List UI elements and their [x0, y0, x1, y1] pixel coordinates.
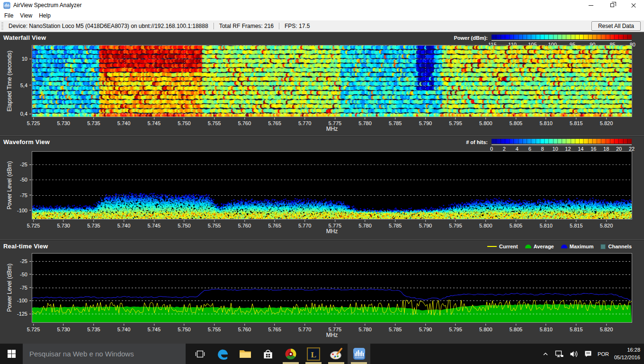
y-tick--25: -25 — [20, 258, 31, 264]
x-tick-5.800: 5.800 — [479, 220, 492, 228]
league-of-legends-icon: L — [307, 347, 320, 361]
y-tick--125: -125 — [17, 311, 31, 317]
tray-language[interactable]: POR — [598, 351, 609, 357]
close-button[interactable] — [623, 0, 644, 10]
waterfall-panel: Waterfall View Power (dBm): -115-110-105… — [0, 32, 644, 136]
waveform-xunit: MHz — [32, 228, 632, 235]
power-colorbar-gradient — [492, 35, 632, 39]
taskbar-file-explorer-button[interactable] — [234, 344, 257, 364]
x-tick-5.725: 5.725 — [27, 324, 40, 332]
x-tick-5.760: 5.760 — [238, 118, 251, 126]
taskbar-task-view-button[interactable] — [188, 344, 211, 364]
taskbar-league-of-legends-button[interactable]: L — [302, 344, 325, 364]
restore-icon — [610, 3, 614, 7]
menu-file[interactable]: File — [1, 11, 17, 20]
close-icon — [631, 2, 636, 8]
hits-colorbar: # of hits: 0246810121416182022 — [466, 139, 632, 152]
app-circle-icon — [284, 347, 297, 361]
menu-view[interactable]: View — [17, 11, 36, 20]
waveform-panel: Waveform View # of hits: 024681012141618… — [0, 136, 644, 239]
legend-current-label: Current — [499, 244, 518, 249]
y-tick-5,4: 5,4 — [20, 82, 31, 88]
taskbar-search-input[interactable] — [23, 344, 186, 364]
x-tick-5.795: 5.795 — [449, 118, 462, 126]
x-tick-5.820: 5.820 — [600, 118, 613, 126]
waterfall-yticks: 105,40,4 — [0, 46, 31, 117]
x-tick-5.745: 5.745 — [148, 118, 161, 126]
title-bar: AirView Spectrum Analyzer — [0, 0, 644, 10]
power-colorbar-label: Power (dBm): — [454, 35, 488, 41]
paint-icon — [330, 347, 343, 361]
taskbar-airview-button[interactable] — [348, 344, 370, 364]
x-tick-5.810: 5.810 — [539, 118, 553, 126]
x-tick-5.760: 5.760 — [238, 220, 251, 228]
realtime-legend: CurrentAverageMaximumChannels — [487, 244, 632, 249]
x-tick-5.730: 5.730 — [57, 324, 70, 332]
tray-volume-icon[interactable] — [569, 350, 579, 358]
x-tick-5.770: 5.770 — [298, 220, 312, 228]
fps-status: FPS: 17.5 — [279, 23, 315, 29]
window-title: AirView Spectrum Analyzer — [13, 2, 82, 9]
y-tick--100: -100 — [17, 208, 31, 213]
menu-help[interactable]: Help — [36, 11, 54, 20]
y-tick--75: -75 — [20, 192, 31, 198]
reset-all-data-button[interactable]: Reset All Data — [591, 21, 641, 31]
x-tick-5.730: 5.730 — [57, 220, 70, 228]
legend-channels-label: Channels — [608, 244, 632, 249]
airview-icon — [353, 347, 366, 360]
x-tick-5.725: 5.725 — [27, 220, 40, 228]
window-controls — [580, 0, 644, 10]
start-button[interactable] — [0, 344, 23, 364]
x-tick-5.780: 5.780 — [358, 118, 372, 126]
x-tick-5.785: 5.785 — [389, 324, 402, 332]
waveform-title: Waveform View — [3, 138, 50, 146]
restore-button[interactable] — [601, 0, 623, 10]
x-tick-5.755: 5.755 — [208, 324, 221, 332]
edge-icon — [216, 347, 229, 361]
x-tick-5.725: 5.725 — [27, 118, 40, 126]
taskbar-paint-button[interactable] — [325, 344, 348, 364]
legend-maximum-label: Maximum — [570, 244, 594, 249]
waveform-canvas — [32, 152, 632, 219]
store-icon — [262, 348, 274, 360]
league-of-legends-running-indicator — [305, 362, 322, 364]
x-tick-5.745: 5.745 — [148, 324, 161, 332]
realtime-panel: Real-time View CurrentAverageMaximumChan… — [0, 240, 644, 344]
x-tick-5.820: 5.820 — [600, 220, 613, 228]
y-tick--50: -50 — [20, 272, 31, 277]
x-tick-5.765: 5.765 — [268, 324, 281, 332]
device-status: Device: NanoStation Loco M5 (0418D6EA807… — [3, 23, 214, 29]
taskbar-app-icons: L — [188, 344, 370, 364]
legend-maximum: Maximum — [561, 244, 594, 249]
tray-chevron-up-icon[interactable] — [542, 350, 549, 358]
tray-action-center-icon[interactable] — [584, 350, 592, 358]
x-tick-5.740: 5.740 — [117, 220, 131, 228]
x-tick-5.810: 5.810 — [539, 324, 553, 332]
x-tick-5.780: 5.780 — [358, 220, 372, 228]
rf-frames-status: Total RF Frames: 216 — [214, 23, 279, 29]
waveform-plot — [32, 151, 632, 219]
legend-channels: Channels — [600, 244, 632, 249]
legend-average-swatch — [525, 245, 531, 248]
minimize-button[interactable] — [580, 0, 601, 10]
tray-network-icon[interactable] — [555, 350, 564, 358]
tray-clock[interactable]: 16:28 05/12/2016 — [614, 346, 640, 361]
x-tick-5.795: 5.795 — [449, 324, 462, 332]
taskbar-store-button[interactable] — [257, 344, 279, 364]
windows-logo-icon — [8, 350, 16, 358]
realtime-plot — [32, 253, 632, 323]
x-tick-5.820: 5.820 — [600, 324, 613, 332]
x-tick-5.790: 5.790 — [419, 118, 432, 126]
x-tick-5.785: 5.785 — [389, 220, 402, 228]
y-tick-0,4: 0,4 — [20, 111, 31, 117]
y-tick--75: -75 — [20, 285, 31, 291]
app-circle-running-indicator — [283, 362, 299, 364]
taskbar-edge-button[interactable] — [211, 344, 234, 364]
x-tick-5.740: 5.740 — [117, 118, 131, 126]
x-tick-5.815: 5.815 — [570, 118, 583, 126]
x-tick-5.755: 5.755 — [208, 118, 221, 126]
x-tick-5.750: 5.750 — [178, 220, 191, 228]
x-tick-5.775: 5.775 — [329, 220, 342, 228]
y-tick-10: 10 — [22, 56, 31, 62]
taskbar-app-circle-button[interactable] — [279, 344, 302, 364]
